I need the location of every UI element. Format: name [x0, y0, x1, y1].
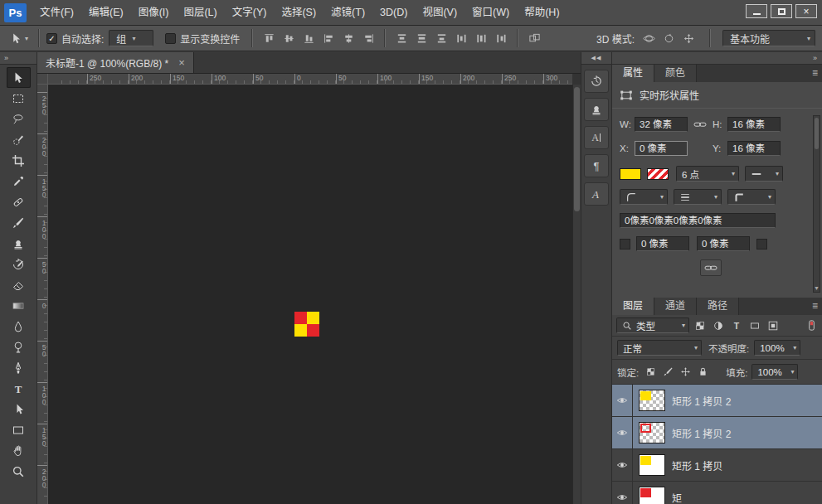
photoshop-logo-icon[interactable]: Ps	[4, 3, 27, 22]
character-styles-panel-button[interactable]: A	[584, 182, 609, 206]
tool-eraser[interactable]	[7, 274, 31, 295]
y-field[interactable]: 16 像素	[727, 141, 781, 156]
adjustment-filter-button[interactable]	[710, 318, 727, 333]
menu-file[interactable]: 文件(F)	[32, 0, 81, 25]
layer-row[interactable]: 矩形 1 拷贝 2	[612, 385, 822, 417]
type-filter-button[interactable]: T	[728, 318, 745, 333]
layer-row[interactable]: 矩形 1 拷贝 2	[612, 417, 822, 449]
workspace-dropdown[interactable]: 基本功能 ▾	[722, 30, 815, 46]
close-button[interactable]: ×	[795, 4, 817, 18]
tool-eyedropper[interactable]	[7, 171, 31, 191]
ruler-origin-button[interactable]	[37, 74, 48, 85]
properties-tab-颜色[interactable]: 颜色	[654, 65, 697, 82]
3d-roll-button[interactable]	[659, 30, 678, 46]
shape-rectangle[interactable]	[294, 312, 319, 337]
corner-type-dropdown[interactable]: ▾	[620, 189, 668, 205]
tab-close-icon[interactable]: ×	[178, 57, 185, 68]
stroke-align-dropdown[interactable]: ▾	[674, 189, 722, 205]
stroke-style-dropdown[interactable]: ▾	[745, 166, 783, 182]
menu-type[interactable]: 文字(Y)	[225, 0, 275, 25]
menu-help[interactable]: 帮助(H)	[517, 0, 567, 25]
fill-dropdown[interactable]: 100% ▾	[751, 364, 798, 380]
tool-pen[interactable]	[7, 357, 31, 378]
align-center-button[interactable]	[339, 30, 357, 46]
align-middle-button[interactable]	[280, 30, 298, 46]
align-right-button[interactable]	[359, 30, 377, 46]
tool-blur[interactable]	[7, 316, 31, 337]
tool-healing[interactable]	[7, 191, 31, 212]
menu-image[interactable]: 图像(I)	[131, 0, 177, 25]
auto-select-checkbox[interactable]: ✓	[46, 33, 57, 44]
tool-rectangle[interactable]	[7, 419, 31, 440]
expand-panels-button[interactable]: ◀◀	[581, 52, 611, 65]
tool-path-select[interactable]	[7, 399, 31, 419]
blend-mode-dropdown[interactable]: 正常 ▾	[617, 340, 702, 356]
tool-brush[interactable]	[7, 212, 31, 233]
visibility-toggle[interactable]	[612, 482, 633, 504]
tool-gradient[interactable]	[7, 295, 31, 316]
menu-view[interactable]: 视图(V)	[415, 0, 465, 25]
tool-marquee[interactable]	[7, 88, 31, 109]
3d-orbit-button[interactable]	[640, 30, 658, 46]
distribute-top-button[interactable]	[392, 30, 411, 46]
lock-position-button[interactable]	[678, 365, 693, 380]
distribute-bottom-button[interactable]	[432, 30, 450, 46]
tool-crop[interactable]	[7, 150, 31, 171]
menu-select[interactable]: 选择(S)	[274, 0, 323, 25]
canvas-vertical-scrollbar[interactable]	[572, 85, 581, 504]
scrollbar-thumb[interactable]	[574, 87, 580, 211]
layer-thumbnail[interactable]	[639, 487, 665, 504]
auto-select-target-dropdown[interactable]: 组 ▾	[109, 30, 153, 46]
horizontal-ruler[interactable]: 25020015010050050100150200250300	[48, 74, 572, 85]
layers-tab-通道[interactable]: 通道	[654, 298, 697, 315]
lock-pixels-button[interactable]	[660, 365, 675, 380]
corner-radius-field[interactable]: 0像素0像素0像素0像素	[620, 213, 776, 228]
properties-tab-属性[interactable]: 属性	[612, 65, 654, 82]
document-tab[interactable]: 未标题-1 @ 100%(RGB/8) * ×	[37, 52, 194, 73]
layers-tab-路径[interactable]: 路径	[697, 298, 739, 315]
layer-row[interactable]: 矩	[612, 482, 822, 504]
3d-pan-button[interactable]	[679, 30, 698, 46]
visibility-toggle[interactable]	[612, 385, 633, 416]
tool-type[interactable]: T	[7, 378, 31, 399]
corner-link-checkbox[interactable]	[620, 239, 630, 250]
tool-preset-button[interactable]: ▾	[7, 32, 32, 46]
layer-thumbnail[interactable]	[639, 454, 665, 476]
tool-hand[interactable]	[7, 440, 31, 461]
menu-filter[interactable]: 滤镜(T)	[323, 0, 372, 25]
paragraph-panel-button[interactable]: ¶	[584, 154, 609, 177]
x-field[interactable]: 0 像素	[635, 141, 688, 156]
tool-zoom[interactable]	[7, 461, 31, 482]
stroke-width-dropdown[interactable]: 6 点 ▾	[676, 166, 739, 182]
clone-source-panel-button[interactable]	[584, 98, 609, 121]
layer-filter-toggle[interactable]	[805, 319, 818, 332]
align-bottom-button[interactable]	[299, 30, 318, 46]
align-top-button[interactable]	[260, 30, 278, 46]
tool-quick-select[interactable]	[7, 129, 31, 150]
distribute-middle-button[interactable]	[412, 30, 430, 46]
stroke-color-swatch[interactable]	[647, 168, 669, 180]
toolbar-collapse-button[interactable]: »	[0, 52, 36, 65]
tool-dodge[interactable]	[7, 337, 31, 357]
menu-edit[interactable]: 编辑(E)	[81, 0, 131, 25]
distribute-left-button[interactable]	[452, 30, 470, 46]
shape-filter-button[interactable]	[747, 318, 763, 333]
minimize-button[interactable]	[746, 4, 767, 18]
layer-thumbnail[interactable]	[639, 390, 665, 411]
height-field[interactable]: 16 像素	[727, 117, 781, 132]
tool-history-brush[interactable]	[7, 254, 31, 274]
scroll-down-icon[interactable]: ▼	[814, 285, 820, 291]
fill-color-swatch[interactable]	[620, 168, 641, 180]
canvas[interactable]	[48, 85, 572, 504]
align-left-button[interactable]	[319, 30, 338, 46]
menu-layer[interactable]: 图层(L)	[176, 0, 224, 25]
panel-menu-icon[interactable]: ≡	[812, 300, 818, 312]
collapse-panels-button[interactable]: »	[612, 52, 822, 65]
vertical-ruler[interactable]: 25020015010050050100150200250	[37, 85, 48, 504]
visibility-toggle[interactable]	[612, 417, 633, 448]
lock-all-button[interactable]	[695, 365, 710, 380]
smart-object-filter-button[interactable]	[765, 318, 781, 333]
corner-link-checkbox-2[interactable]	[756, 239, 767, 250]
maximize-button[interactable]	[771, 4, 792, 18]
tool-move[interactable]	[7, 67, 31, 88]
